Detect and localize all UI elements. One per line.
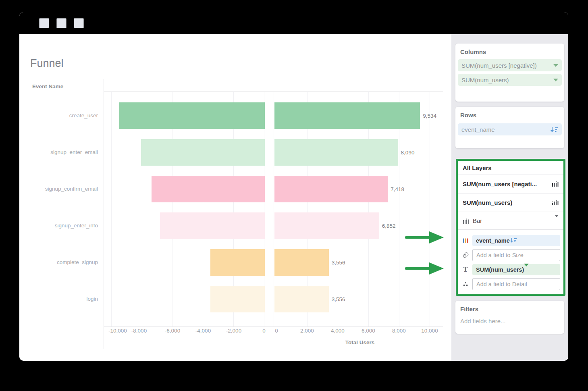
- size-mark-icon[interactable]: [463, 252, 469, 258]
- x-tick: 10,000: [413, 328, 446, 334]
- rows-shelf-title: Rows: [455, 107, 564, 119]
- bar-negative-signup_confirm_email[interactable]: [152, 176, 265, 202]
- bar-row: 6,852: [19, 212, 451, 239]
- layer-label: SUM(num_users): [463, 199, 512, 206]
- pill-label: SUM(num_users): [476, 266, 524, 273]
- chart-title: Funnel: [30, 57, 64, 70]
- x-tick: 8,000: [383, 328, 415, 334]
- bar-mark-icon: [552, 199, 559, 205]
- x-tick: -8,000: [123, 328, 155, 334]
- bar-mark-icon: [552, 181, 559, 187]
- sort-descending-icon[interactable]: [550, 127, 558, 133]
- filters-shelf: Filters Add fields here...: [455, 301, 564, 334]
- shelves-sidebar: Columns SUM(num_users [negative]) SUM(nu…: [451, 34, 568, 361]
- bar-create_user[interactable]: [274, 102, 420, 129]
- pill-label: SUM(num_users): [461, 77, 509, 83]
- placeholder-text: Add a field to Size: [476, 252, 524, 258]
- bar-value-label: 8,090: [401, 150, 415, 156]
- pill-sum-num-users-negative[interactable]: SUM(num_users [negative]): [458, 59, 562, 71]
- x-axis-line: [104, 327, 443, 327]
- filters-dropzone[interactable]: Add fields here...: [455, 312, 564, 324]
- x-tick: 4,000: [322, 328, 354, 334]
- bar-negative-signup_enter_email[interactable]: [141, 139, 265, 166]
- color-mark-icon[interactable]: [463, 238, 468, 243]
- bar-row: 9,534: [19, 102, 451, 129]
- text-mark-icon[interactable]: T: [463, 266, 468, 273]
- bar-login[interactable]: [274, 286, 329, 312]
- rows-shelf: Rows event_name: [455, 107, 564, 148]
- sort-descending-icon[interactable]: [510, 237, 517, 243]
- window-control-icon[interactable]: [56, 18, 66, 28]
- detail-field-dropzone[interactable]: Add a field to Detail: [472, 278, 560, 290]
- label-field-pill[interactable]: SUM(num_users): [472, 264, 560, 275]
- x-tick: -6,000: [156, 328, 189, 334]
- placeholder-text: Add a field to Detail: [476, 281, 527, 287]
- x-tick: 2,000: [291, 328, 323, 334]
- bar-row: 7,418: [19, 176, 451, 202]
- mark-type-dropdown[interactable]: Bar: [458, 212, 563, 230]
- layer-label: SUM(num_users [negati...: [463, 181, 537, 187]
- bar-value-label: 7,418: [391, 186, 404, 192]
- columns-shelf-title: Columns: [455, 44, 564, 55]
- annotation-arrow-icon: [404, 260, 445, 277]
- columns-shelf: Columns SUM(num_users [negative]) SUM(nu…: [455, 44, 564, 102]
- all-layers-title: All Layers: [458, 161, 563, 175]
- bar-row: 3,556: [19, 249, 451, 276]
- bar-value-label: 3,556: [332, 260, 345, 266]
- chevron-down-icon[interactable]: [555, 215, 559, 224]
- bar-chart-icon: [463, 218, 469, 224]
- x-axis-title: Total Users: [320, 339, 400, 345]
- x-tick: 6,000: [352, 328, 384, 334]
- bar-negative-complete_signup[interactable]: [210, 249, 265, 276]
- size-field-dropzone[interactable]: Add a field to Size: [472, 249, 560, 261]
- chevron-down-icon[interactable]: [524, 264, 529, 273]
- bar-complete_signup[interactable]: [274, 249, 329, 276]
- pill-label: SUM(num_users [negative]): [461, 62, 537, 69]
- layer-sum-num-users[interactable]: SUM(num_users): [458, 193, 563, 212]
- mark-type-label: Bar: [473, 217, 482, 224]
- layer-sum-num-users-negative[interactable]: SUM(num_users [negati...: [458, 175, 563, 193]
- pill-sum-num-users[interactable]: SUM(num_users): [458, 74, 562, 86]
- window-control-icon[interactable]: [74, 18, 84, 28]
- pill-label: event_name: [476, 237, 510, 244]
- chevron-down-icon[interactable]: [553, 64, 558, 67]
- bar-signup_confirm_email[interactable]: [274, 176, 388, 202]
- x-tick: -4,000: [187, 328, 219, 334]
- x-tick: -2,000: [218, 328, 250, 334]
- all-layers-panel: All Layers SUM(num_users [negati... SUM(…: [456, 159, 565, 296]
- bar-row: 3,556: [19, 286, 451, 312]
- x-tick: 0: [260, 328, 293, 334]
- annotation-arrow-icon: [404, 229, 445, 246]
- title-bar: [19, 12, 568, 34]
- pill-event-name[interactable]: event_name: [458, 123, 562, 135]
- color-field-pill[interactable]: event_name: [472, 235, 560, 246]
- chevron-down-icon[interactable]: [553, 79, 558, 81]
- pill-label: event_name: [461, 126, 495, 133]
- window-control-icon[interactable]: [39, 18, 49, 28]
- bar-value-label: 9,534: [423, 113, 436, 119]
- bar-negative-create_user[interactable]: [119, 102, 265, 129]
- bar-value-label: 3,556: [332, 296, 345, 302]
- bar-value-label: 6,852: [382, 223, 396, 229]
- bar-row: 8,090: [19, 139, 451, 166]
- bar-negative-signup_enter_info[interactable]: [160, 212, 265, 239]
- row-axis-title: Event Name: [32, 83, 63, 89]
- detail-mark-icon[interactable]: [463, 282, 468, 287]
- filters-shelf-title: Filters: [455, 301, 564, 312]
- app-window: Funnel Event Name create_user signup_ent…: [19, 12, 568, 361]
- bar-signup_enter_email[interactable]: [274, 139, 398, 166]
- bar-negative-login[interactable]: [210, 286, 265, 312]
- bar-signup_enter_info[interactable]: [274, 212, 379, 239]
